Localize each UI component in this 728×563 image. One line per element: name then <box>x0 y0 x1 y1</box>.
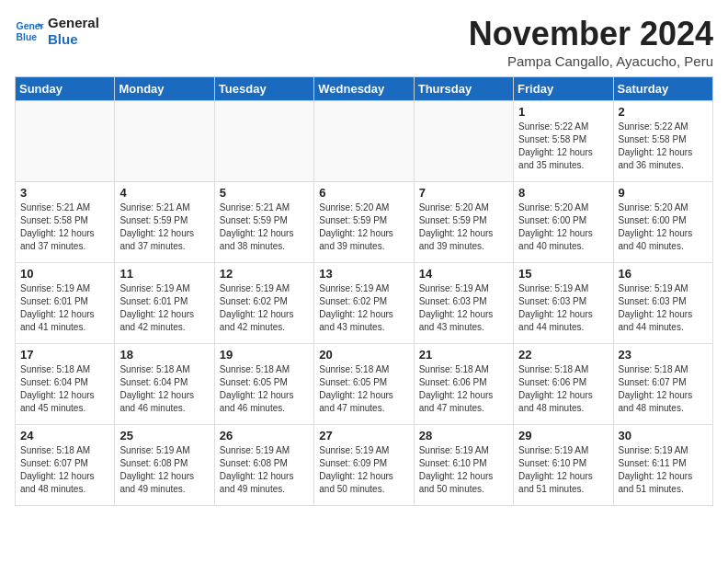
title-block: November 2024 Pampa Cangallo, Ayacucho, … <box>469 15 713 69</box>
calendar-day-cell <box>414 101 513 182</box>
calendar-day-cell: 11Sunrise: 5:19 AM Sunset: 6:01 PM Dayli… <box>115 263 214 344</box>
calendar-day-cell: 4Sunrise: 5:21 AM Sunset: 5:59 PM Daylig… <box>115 182 214 263</box>
calendar-day-cell: 28Sunrise: 5:19 AM Sunset: 6:10 PM Dayli… <box>414 425 513 506</box>
calendar-day-cell: 21Sunrise: 5:18 AM Sunset: 6:06 PM Dayli… <box>414 344 513 425</box>
calendar-week-row: 17Sunrise: 5:18 AM Sunset: 6:04 PM Dayli… <box>16 344 713 425</box>
weekday-header-wednesday: Wednesday <box>314 77 414 101</box>
calendar-day-cell: 30Sunrise: 5:19 AM Sunset: 6:11 PM Dayli… <box>613 425 712 506</box>
calendar-day-cell: 7Sunrise: 5:20 AM Sunset: 5:59 PM Daylig… <box>414 182 513 263</box>
day-info: Sunrise: 5:21 AM Sunset: 5:58 PM Dayligh… <box>20 201 109 253</box>
weekday-header-monday: Monday <box>115 77 214 101</box>
calendar-day-cell: 12Sunrise: 5:19 AM Sunset: 6:02 PM Dayli… <box>214 263 313 344</box>
calendar-day-cell: 16Sunrise: 5:19 AM Sunset: 6:03 PM Dayli… <box>613 263 712 344</box>
day-info: Sunrise: 5:19 AM Sunset: 6:02 PM Dayligh… <box>319 282 408 334</box>
day-info: Sunrise: 5:22 AM Sunset: 5:58 PM Dayligh… <box>619 121 708 172</box>
svg-text:Blue: Blue <box>17 32 38 42</box>
day-info: Sunrise: 5:19 AM Sunset: 6:10 PM Dayligh… <box>419 444 508 496</box>
logo: General Blue General Blue <box>15 15 99 48</box>
calendar-day-cell: 19Sunrise: 5:18 AM Sunset: 6:05 PM Dayli… <box>214 344 313 425</box>
day-number: 7 <box>419 186 508 200</box>
day-number: 9 <box>619 186 708 200</box>
calendar-week-row: 24Sunrise: 5:18 AM Sunset: 6:07 PM Dayli… <box>16 425 713 506</box>
day-info: Sunrise: 5:19 AM Sunset: 6:08 PM Dayligh… <box>119 444 209 496</box>
day-number: 16 <box>619 267 708 281</box>
day-number: 4 <box>119 186 209 200</box>
day-number: 30 <box>619 429 708 442</box>
calendar-day-cell <box>214 101 313 182</box>
calendar-day-cell: 17Sunrise: 5:18 AM Sunset: 6:04 PM Dayli… <box>16 344 115 425</box>
calendar-day-cell: 24Sunrise: 5:18 AM Sunset: 6:07 PM Dayli… <box>16 425 115 506</box>
day-info: Sunrise: 5:20 AM Sunset: 5:59 PM Dayligh… <box>419 201 508 253</box>
day-info: Sunrise: 5:20 AM Sunset: 6:00 PM Dayligh… <box>518 201 608 253</box>
day-number: 15 <box>518 267 608 281</box>
calendar-day-cell: 10Sunrise: 5:19 AM Sunset: 6:01 PM Dayli… <box>16 263 115 344</box>
month-title: November 2024 <box>469 15 713 53</box>
calendar-day-cell: 20Sunrise: 5:18 AM Sunset: 6:05 PM Dayli… <box>314 344 414 425</box>
day-number: 11 <box>119 267 209 281</box>
calendar-day-cell: 29Sunrise: 5:19 AM Sunset: 6:10 PM Dayli… <box>514 425 613 506</box>
day-number: 19 <box>220 348 309 362</box>
day-info: Sunrise: 5:19 AM Sunset: 6:10 PM Dayligh… <box>518 444 608 496</box>
day-info: Sunrise: 5:19 AM Sunset: 6:03 PM Dayligh… <box>419 282 508 334</box>
weekday-header-sunday: Sunday <box>16 77 115 101</box>
day-number: 26 <box>220 429 309 442</box>
calendar-day-cell: 1Sunrise: 5:22 AM Sunset: 5:58 PM Daylig… <box>514 101 613 182</box>
day-number: 22 <box>518 348 608 362</box>
day-info: Sunrise: 5:18 AM Sunset: 6:05 PM Dayligh… <box>319 363 408 415</box>
day-info: Sunrise: 5:18 AM Sunset: 6:04 PM Dayligh… <box>20 363 109 415</box>
page-header: General Blue General Blue November 2024 … <box>15 15 713 69</box>
calendar-header-row: SundayMondayTuesdayWednesdayThursdayFrid… <box>16 77 713 101</box>
calendar-week-row: 1Sunrise: 5:22 AM Sunset: 5:58 PM Daylig… <box>16 101 713 182</box>
day-info: Sunrise: 5:19 AM Sunset: 6:09 PM Dayligh… <box>319 444 408 496</box>
logo-blue: Blue <box>48 31 99 48</box>
location-subtitle: Pampa Cangallo, Ayacucho, Peru <box>469 53 713 69</box>
calendar-day-cell: 8Sunrise: 5:20 AM Sunset: 6:00 PM Daylig… <box>514 182 613 263</box>
calendar-table: SundayMondayTuesdayWednesdayThursdayFrid… <box>15 76 713 506</box>
day-number: 23 <box>619 348 708 362</box>
logo-icon: General Blue <box>15 17 44 46</box>
day-number: 17 <box>20 348 109 362</box>
weekday-header-tuesday: Tuesday <box>214 77 313 101</box>
weekday-header-friday: Friday <box>514 77 613 101</box>
calendar-day-cell: 3Sunrise: 5:21 AM Sunset: 5:58 PM Daylig… <box>16 182 115 263</box>
day-number: 20 <box>319 348 408 362</box>
calendar-day-cell: 13Sunrise: 5:19 AM Sunset: 6:02 PM Dayli… <box>314 263 414 344</box>
day-number: 24 <box>20 429 109 442</box>
weekday-header-thursday: Thursday <box>414 77 513 101</box>
calendar-day-cell: 5Sunrise: 5:21 AM Sunset: 5:59 PM Daylig… <box>214 182 313 263</box>
calendar-day-cell: 26Sunrise: 5:19 AM Sunset: 6:08 PM Dayli… <box>214 425 313 506</box>
day-number: 27 <box>319 429 408 442</box>
day-info: Sunrise: 5:19 AM Sunset: 6:08 PM Dayligh… <box>220 444 309 496</box>
day-info: Sunrise: 5:18 AM Sunset: 6:07 PM Dayligh… <box>619 363 708 415</box>
calendar-day-cell: 14Sunrise: 5:19 AM Sunset: 6:03 PM Dayli… <box>414 263 513 344</box>
day-number: 10 <box>20 267 109 281</box>
day-number: 5 <box>220 186 309 200</box>
day-info: Sunrise: 5:18 AM Sunset: 6:06 PM Dayligh… <box>518 363 608 415</box>
day-info: Sunrise: 5:18 AM Sunset: 6:07 PM Dayligh… <box>20 444 109 496</box>
day-number: 8 <box>518 186 608 200</box>
day-number: 25 <box>119 429 209 442</box>
day-number: 6 <box>319 186 408 200</box>
day-number: 2 <box>619 105 708 119</box>
calendar-day-cell: 18Sunrise: 5:18 AM Sunset: 6:04 PM Dayli… <box>115 344 214 425</box>
day-number: 28 <box>419 429 508 442</box>
day-number: 14 <box>419 267 508 281</box>
day-number: 1 <box>518 105 608 119</box>
day-number: 18 <box>119 348 209 362</box>
calendar-day-cell: 15Sunrise: 5:19 AM Sunset: 6:03 PM Dayli… <box>514 263 613 344</box>
weekday-header-saturday: Saturday <box>613 77 712 101</box>
day-info: Sunrise: 5:20 AM Sunset: 6:00 PM Dayligh… <box>619 201 708 253</box>
day-info: Sunrise: 5:19 AM Sunset: 6:03 PM Dayligh… <box>619 282 708 334</box>
day-info: Sunrise: 5:21 AM Sunset: 5:59 PM Dayligh… <box>119 201 209 253</box>
day-info: Sunrise: 5:19 AM Sunset: 6:01 PM Dayligh… <box>119 282 209 334</box>
day-number: 3 <box>20 186 109 200</box>
day-info: Sunrise: 5:19 AM Sunset: 6:01 PM Dayligh… <box>20 282 109 334</box>
day-info: Sunrise: 5:21 AM Sunset: 5:59 PM Dayligh… <box>220 201 309 253</box>
calendar-day-cell <box>314 101 414 182</box>
calendar-day-cell: 9Sunrise: 5:20 AM Sunset: 6:00 PM Daylig… <box>613 182 712 263</box>
day-info: Sunrise: 5:19 AM Sunset: 6:11 PM Dayligh… <box>619 444 708 496</box>
calendar-day-cell: 23Sunrise: 5:18 AM Sunset: 6:07 PM Dayli… <box>613 344 712 425</box>
day-info: Sunrise: 5:22 AM Sunset: 5:58 PM Dayligh… <box>518 121 608 172</box>
day-info: Sunrise: 5:19 AM Sunset: 6:03 PM Dayligh… <box>518 282 608 334</box>
calendar-day-cell <box>16 101 115 182</box>
